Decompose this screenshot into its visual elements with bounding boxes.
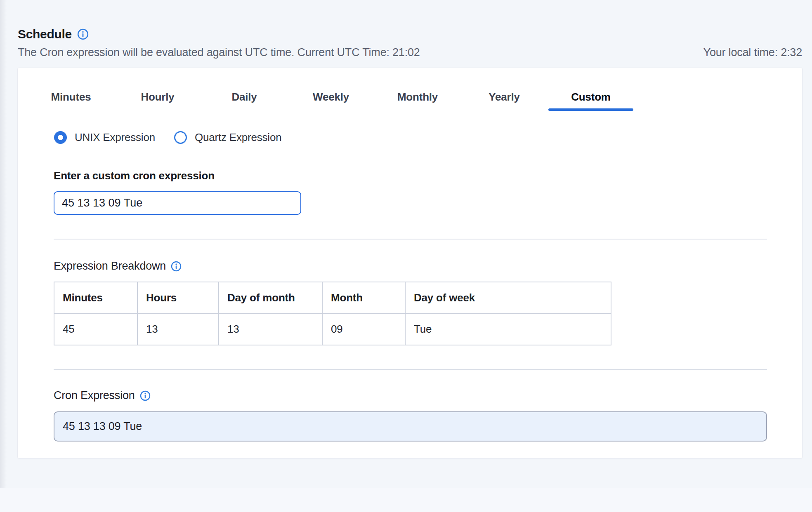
schedule-tab-bar: Minutes Hourly Daily Weekly Monthly Year… bbox=[28, 83, 634, 111]
schedule-card: Minutes Hourly Daily Weekly Monthly Year… bbox=[17, 68, 803, 458]
divider bbox=[54, 369, 767, 370]
tab-minutes[interactable]: Minutes bbox=[28, 83, 114, 111]
cron-expression-header: Cron Expression bbox=[54, 389, 151, 402]
cell-day-of-week: Tue bbox=[405, 313, 611, 345]
cell-hours: 13 bbox=[137, 313, 219, 345]
tab-hourly[interactable]: Hourly bbox=[114, 83, 201, 111]
tab-monthly[interactable]: Monthly bbox=[374, 83, 461, 111]
column-header-month: Month bbox=[322, 282, 405, 313]
radio-quartz-label: Quartz Expression bbox=[195, 131, 281, 144]
cron-expression-value: 45 13 13 09 Tue bbox=[63, 420, 142, 433]
radio-unix-expression[interactable]: UNIX Expression bbox=[54, 131, 155, 144]
divider bbox=[54, 239, 767, 240]
cell-day-of-month: 13 bbox=[219, 313, 322, 345]
page-header: Schedule bbox=[18, 27, 89, 41]
cron-expression-title: Cron Expression bbox=[54, 389, 135, 402]
radio-unix-label: UNIX Expression bbox=[75, 131, 155, 144]
expression-breakdown-header: Expression Breakdown bbox=[54, 260, 182, 272]
column-header-minutes: Minutes bbox=[54, 282, 137, 313]
local-time-label: Your local time: 2:32 bbox=[703, 46, 802, 59]
table-row: 45 13 13 09 Tue bbox=[54, 313, 611, 345]
radio-unselected-icon bbox=[174, 131, 187, 144]
radio-selected-icon bbox=[54, 131, 67, 144]
left-edge-shadow bbox=[0, 0, 7, 512]
custom-cron-label: Enter a custom cron expression bbox=[54, 169, 215, 182]
cell-minutes: 45 bbox=[54, 313, 137, 345]
active-tab-indicator bbox=[548, 108, 633, 111]
utc-time-note: The Cron expression will be evaluated ag… bbox=[18, 46, 420, 59]
table-header-row: Minutes Hours Day of month Month Day of … bbox=[54, 282, 611, 313]
tab-custom[interactable]: Custom bbox=[548, 83, 634, 111]
page-title: Schedule bbox=[18, 27, 72, 41]
tab-weekly[interactable]: Weekly bbox=[288, 83, 374, 111]
custom-cron-input[interactable] bbox=[54, 191, 301, 215]
column-header-day-of-month: Day of month bbox=[219, 282, 322, 313]
expression-breakdown-title: Expression Breakdown bbox=[54, 260, 166, 272]
expression-type-group: UNIX Expression Quartz Expression bbox=[54, 131, 281, 144]
schedule-info-icon[interactable] bbox=[77, 28, 89, 40]
tab-yearly[interactable]: Yearly bbox=[461, 83, 548, 111]
breakdown-info-icon[interactable] bbox=[171, 261, 182, 272]
cron-expression-info-icon[interactable] bbox=[140, 390, 151, 401]
column-header-day-of-week: Day of week bbox=[405, 282, 611, 313]
column-header-hours: Hours bbox=[137, 282, 219, 313]
cell-month: 09 bbox=[322, 313, 405, 345]
expression-breakdown-table: Minutes Hours Day of month Month Day of … bbox=[54, 282, 611, 345]
lower-background-section bbox=[0, 488, 812, 512]
radio-quartz-expression[interactable]: Quartz Expression bbox=[174, 131, 281, 144]
tab-daily[interactable]: Daily bbox=[201, 83, 288, 111]
cron-expression-output[interactable]: 45 13 13 09 Tue bbox=[54, 411, 767, 442]
